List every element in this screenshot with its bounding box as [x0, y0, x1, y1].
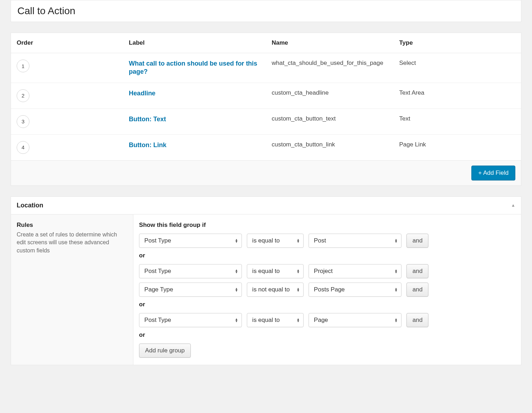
rule-operator-select[interactable]: is equal to▲▼ [247, 264, 304, 278]
chevron-up-down-icon: ▲▼ [235, 288, 238, 292]
location-body: Rules Create a set of rules to determine… [11, 214, 521, 365]
rule-param-select[interactable]: Page Type▲▼ [139, 283, 242, 297]
order-circle[interactable]: 2 [17, 89, 29, 102]
field-name: what_cta_should_be_used_for_this_page [272, 60, 383, 66]
field-label-link[interactable]: Button: Text [129, 115, 166, 123]
chevron-up-down-icon: ▲▼ [394, 239, 398, 243]
and-button[interactable]: and [406, 264, 428, 278]
chevron-up-down-icon: ▲▼ [297, 239, 300, 243]
add-field-button[interactable]: + Add Field [471, 166, 515, 180]
col-header-label: Label [123, 33, 266, 53]
rule-row: Post Type▲▼is equal to▲▼Post▲▼and [139, 234, 515, 248]
and-button[interactable]: and [406, 313, 428, 327]
order-circle[interactable]: 3 [17, 115, 29, 128]
table-row[interactable]: 4Button: Linkcustom_cta_button_linkPage … [11, 134, 521, 160]
rule-param-select[interactable]: Post Type▲▼ [139, 313, 242, 327]
field-label-link[interactable]: Button: Link [129, 141, 166, 149]
add-rule-group-button[interactable]: Add rule group [139, 344, 191, 358]
chevron-up-down-icon: ▲▼ [297, 318, 300, 322]
field-type: Page Link [399, 141, 426, 148]
rule-operator-select[interactable]: is not equal to▲▼ [247, 283, 304, 297]
table-row[interactable]: 3Button: Textcustom_cta_button_textText [11, 108, 521, 134]
rule-operator-select[interactable]: is equal to▲▼ [247, 234, 304, 248]
rules-title: Rules [17, 222, 127, 229]
collapse-icon[interactable]: ▲ [511, 203, 515, 208]
page-title: Call to Action [11, 0, 521, 22]
or-label: or [139, 331, 515, 339]
location-heading: Show this field group if [139, 222, 515, 229]
rule-operator-select[interactable]: is equal to▲▼ [247, 313, 304, 327]
chevron-up-down-icon: ▲▼ [297, 269, 300, 273]
and-button[interactable]: and [406, 234, 428, 248]
rule-value-select[interactable]: Posts Page▲▼ [309, 283, 401, 297]
table-row[interactable]: 2Headlinecustom_cta_headlineText Area [11, 83, 521, 108]
chevron-up-down-icon: ▲▼ [297, 288, 300, 292]
field-type: Select [399, 60, 416, 66]
fields-panel: Order Label Name Type 1What call to acti… [11, 33, 521, 186]
chevron-up-down-icon: ▲▼ [394, 288, 398, 292]
field-name: custom_cta_headline [272, 89, 329, 96]
location-panel: Location ▲ Rules Create a set of rules t… [11, 196, 521, 365]
location-content: Show this field group if Post Type▲▼is e… [133, 214, 521, 365]
chevron-up-down-icon: ▲▼ [394, 318, 398, 322]
rules-description: Create a set of rules to determine which… [17, 231, 127, 255]
col-header-order: Order [11, 33, 123, 53]
rule-row: Post Type▲▼is equal to▲▼Project▲▼and [139, 264, 515, 278]
rule-row: Post Type▲▼is equal to▲▼Page▲▼and [139, 313, 515, 327]
chevron-up-down-icon: ▲▼ [235, 269, 238, 273]
field-type: Text [399, 115, 410, 122]
order-circle[interactable]: 1 [17, 60, 29, 72]
rule-value-select[interactable]: Page▲▼ [309, 313, 401, 327]
chevron-up-down-icon: ▲▼ [235, 239, 238, 243]
field-label-link[interactable]: Headline [129, 89, 155, 97]
location-sidebar: Rules Create a set of rules to determine… [11, 214, 133, 365]
chevron-up-down-icon: ▲▼ [235, 318, 238, 322]
or-label: or [139, 301, 515, 308]
or-label: or [139, 252, 515, 259]
rule-param-select[interactable]: Post Type▲▼ [139, 234, 242, 248]
fields-table: Order Label Name Type 1What call to acti… [11, 33, 521, 161]
field-name: custom_cta_button_text [272, 115, 336, 122]
col-header-name: Name [266, 33, 394, 53]
fields-table-body: 1What call to action should be used for … [11, 53, 521, 161]
rule-param-select[interactable]: Post Type▲▼ [139, 264, 242, 278]
chevron-up-down-icon: ▲▼ [394, 269, 398, 273]
order-circle[interactable]: 4 [17, 141, 29, 154]
field-label-link[interactable]: What call to action should be used for t… [129, 60, 260, 76]
location-title: Location [17, 202, 43, 209]
table-row[interactable]: 1What call to action should be used for … [11, 53, 521, 83]
title-panel: Call to Action [11, 0, 521, 22]
location-header: Location ▲ [11, 197, 521, 214]
rule-value-select[interactable]: Post▲▼ [309, 234, 401, 248]
col-header-type: Type [393, 33, 521, 53]
field-type: Text Area [399, 89, 424, 96]
rule-groups-container: Post Type▲▼is equal to▲▼Post▲▼andorPost … [139, 234, 515, 358]
fields-panel-footer: + Add Field [11, 161, 521, 185]
rule-row: Page Type▲▼is not equal to▲▼Posts Page▲▼… [139, 283, 515, 297]
and-button[interactable]: and [406, 283, 428, 297]
field-name: custom_cta_button_link [272, 141, 335, 148]
rule-value-select[interactable]: Project▲▼ [309, 264, 401, 278]
